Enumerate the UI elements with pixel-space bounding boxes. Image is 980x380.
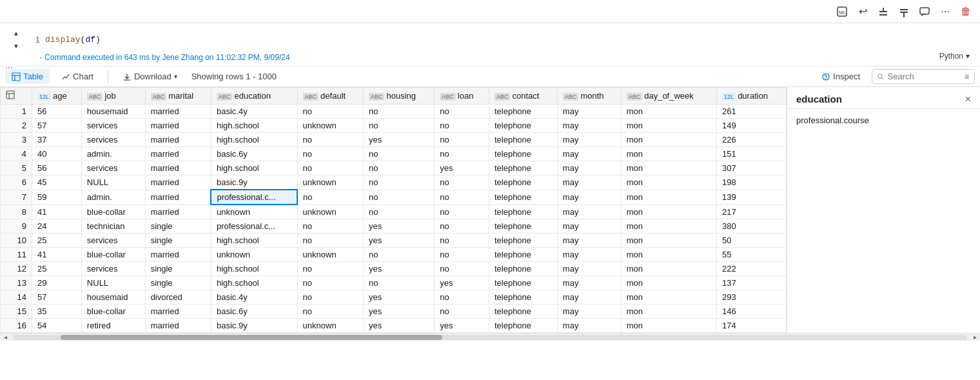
more-options-icon[interactable]: ···	[936, 3, 954, 21]
cell-loan[interactable]: no	[435, 133, 489, 147]
cell-duration[interactable]: 198	[717, 175, 787, 190]
cell-duration[interactable]: 151	[717, 147, 787, 161]
bottom-scrollbar[interactable]: ◂ ▸	[0, 333, 980, 341]
filter-icon[interactable]: ≡	[965, 72, 969, 81]
cell-job[interactable]: technician	[81, 219, 145, 234]
cell-duration[interactable]: 217	[717, 205, 787, 219]
cell-age[interactable]: 37	[32, 133, 82, 147]
cell-age[interactable]: 57	[32, 290, 82, 305]
cell-education[interactable]: unknown	[211, 248, 297, 262]
cell-duration[interactable]: 174	[717, 319, 787, 333]
th-day-of-week[interactable]: ABCday_of_week	[621, 88, 716, 105]
cell-job[interactable]: blue-collar	[81, 248, 145, 262]
cell-marital[interactable]: married	[145, 119, 211, 133]
cell-duration[interactable]: 50	[717, 234, 787, 248]
cell-contact[interactable]: telephone	[489, 276, 557, 290]
undo-icon[interactable]: ↩	[854, 3, 872, 21]
cell-age[interactable]: 41	[32, 205, 82, 219]
cell-marital[interactable]: married	[145, 319, 211, 333]
table-row[interactable]: 440admin.marriedbasic.6ynononotelephonem…	[1, 147, 787, 161]
table-row[interactable]: 556servicesmarriedhigh.schoolnonoyestele…	[1, 161, 787, 175]
cell-marital[interactable]: married	[145, 133, 211, 147]
cell-contact[interactable]: telephone	[489, 147, 557, 161]
cell-contact[interactable]: telephone	[489, 290, 557, 305]
cell-housing[interactable]: yes	[363, 305, 434, 319]
cell-contact[interactable]: telephone	[489, 205, 557, 219]
cell-day_of_week[interactable]: mon	[621, 276, 716, 290]
cell-education[interactable]: professional.c...	[211, 219, 297, 234]
cell-housing[interactable]: yes	[363, 133, 434, 147]
cell-day_of_week[interactable]: mon	[621, 248, 716, 262]
cell-contact[interactable]: telephone	[489, 119, 557, 133]
cell-duration[interactable]: 139	[717, 190, 787, 205]
cell-duration[interactable]: 149	[717, 119, 787, 133]
th-month[interactable]: ABCmonth	[557, 88, 621, 105]
side-panel-close-button[interactable]: ×	[965, 94, 971, 105]
cell-job[interactable]: housemaid	[81, 105, 145, 119]
cell-duration[interactable]: 137	[717, 276, 787, 290]
cell-age[interactable]: 59	[32, 190, 82, 205]
cell-job[interactable]: services	[81, 161, 145, 175]
cell-duration[interactable]: 55	[717, 248, 787, 262]
cell-default[interactable]: no	[297, 276, 363, 290]
cell-month[interactable]: may	[557, 190, 621, 205]
cell-age[interactable]: 24	[32, 219, 82, 234]
cell-loan[interactable]: no	[435, 190, 489, 205]
table-row[interactable]: 156housemaidmarriedbasic.4ynononotelepho…	[1, 105, 787, 119]
cell-education[interactable]: basic.4y	[211, 290, 297, 305]
cell-housing[interactable]: no	[363, 248, 434, 262]
cell-age[interactable]: 45	[32, 175, 82, 190]
th-duration[interactable]: 12Lduration	[717, 88, 787, 105]
cell-housing[interactable]: no	[363, 175, 434, 190]
cell-month[interactable]: may	[557, 248, 621, 262]
cell-default[interactable]: no	[297, 105, 363, 119]
cell-education[interactable]: basic.9y	[211, 319, 297, 333]
cell-duration[interactable]: 307	[717, 161, 787, 175]
cell-age[interactable]: 57	[32, 119, 82, 133]
cell-job[interactable]: blue-collar	[81, 305, 145, 319]
table-row[interactable]: 1141blue-collarmarriedunknownunknownnono…	[1, 248, 787, 262]
cell-duration[interactable]: 380	[717, 219, 787, 234]
cell-loan[interactable]: no	[435, 290, 489, 305]
search-input[interactable]	[888, 72, 961, 81]
cell-marital[interactable]: married	[145, 175, 211, 190]
cell-housing[interactable]: no	[363, 205, 434, 219]
cell-housing[interactable]: no	[363, 147, 434, 161]
data-table-wrapper[interactable]: 12Lage ABCjob ABCmarital ABCeducation AB…	[0, 87, 787, 333]
cell-default[interactable]: no	[297, 305, 363, 319]
cell-marital[interactable]: married	[145, 248, 211, 262]
cell-loan[interactable]: yes	[435, 161, 489, 175]
cell-month[interactable]: may	[557, 119, 621, 133]
add-above-icon[interactable]	[874, 3, 892, 21]
cell-default[interactable]: unknown	[297, 205, 363, 219]
run-down-icon[interactable]: ▼	[10, 40, 22, 52]
cell-month[interactable]: may	[557, 161, 621, 175]
cell-age[interactable]: 40	[32, 147, 82, 161]
table-row[interactable]: 645NULLmarriedbasic.9yunknownnonotelepho…	[1, 175, 787, 190]
cell-month[interactable]: may	[557, 205, 621, 219]
cell-month[interactable]: may	[557, 305, 621, 319]
cell-education[interactable]: high.school	[211, 119, 297, 133]
cell-age[interactable]: 25	[32, 262, 82, 276]
table-row[interactable]: 1025servicessinglehigh.schoolnoyesnotele…	[1, 234, 787, 248]
cell-default[interactable]: unknown	[297, 175, 363, 190]
cell-job[interactable]: services	[81, 234, 145, 248]
cell-education[interactable]: basic.6y	[211, 305, 297, 319]
cell-housing[interactable]: yes	[363, 234, 434, 248]
cell-job[interactable]: blue-collar	[81, 205, 145, 219]
cell-loan[interactable]: no	[435, 234, 489, 248]
cell-contact[interactable]: telephone	[489, 161, 557, 175]
cell-marital[interactable]: single	[145, 234, 211, 248]
cell-day_of_week[interactable]: mon	[621, 133, 716, 147]
cell-month[interactable]: may	[557, 290, 621, 305]
cell-contact[interactable]: telephone	[489, 175, 557, 190]
cell-month[interactable]: may	[557, 147, 621, 161]
cell-housing[interactable]: no	[363, 190, 434, 205]
cell-day_of_week[interactable]: mon	[621, 119, 716, 133]
cell-default[interactable]: no	[297, 147, 363, 161]
cell-month[interactable]: may	[557, 219, 621, 234]
cell-day_of_week[interactable]: mon	[621, 175, 716, 190]
cell-age[interactable]: 56	[32, 105, 82, 119]
download-button[interactable]: Download ▾	[116, 69, 184, 84]
cell-day_of_week[interactable]: mon	[621, 219, 716, 234]
